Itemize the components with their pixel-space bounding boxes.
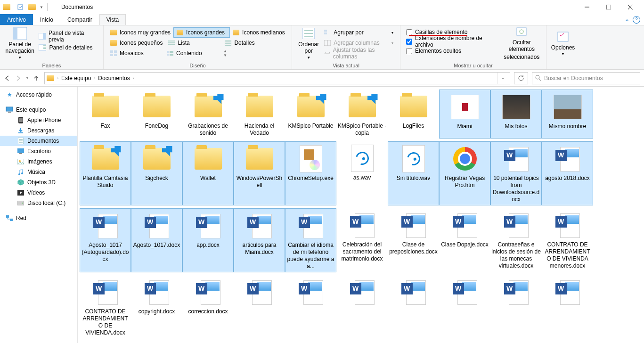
address-dropdown[interactable]: ⌄ [497, 73, 508, 84]
file-item[interactable]: W [182, 341, 234, 343]
sidebar-item[interactable]: Disco local (C:) [0, 198, 77, 208]
file-item[interactable]: LogFiles [388, 90, 439, 139]
tab-home[interactable]: Inicio [33, 14, 60, 25]
file-item[interactable]: W [131, 341, 182, 343]
back-button[interactable] [3, 74, 11, 82]
file-item[interactable]: KMSpico Portable [285, 90, 336, 139]
breadcrumb-documents[interactable]: Documentos [96, 75, 131, 82]
file-grid[interactable]: FaxFoneDogGrabaciones de sonidoHacienda … [78, 87, 644, 343]
file-item[interactable]: W [490, 275, 542, 338]
layout-large[interactable]: Iconos grandes [173, 27, 230, 38]
navigation-pane-button[interactable]: Panel de navegación ▼ [4, 26, 36, 60]
file-item[interactable]: WAgosto_1017.docx [131, 208, 182, 272]
breadcrumb-this-pc[interactable]: Este equipo [59, 75, 93, 82]
file-item[interactable]: Plantilla Camtasia Stuido [80, 141, 131, 205]
file-item[interactable]: W [234, 341, 285, 343]
file-item[interactable]: WClase de preposiciones.docx [388, 208, 439, 272]
file-item[interactable]: Wallet [182, 141, 234, 205]
maximize-button[interactable] [598, 0, 620, 14]
sidebar-network[interactable]: Red [0, 213, 77, 223]
file-item[interactable]: WCambiar el idioma de mi teléfono puede … [285, 208, 336, 272]
file-item[interactable]: Miami [439, 90, 490, 139]
file-item[interactable]: W10 potential topics from Downloadsource… [490, 141, 542, 205]
options-button[interactable]: Opciones▼ [550, 26, 576, 60]
refresh-button[interactable] [514, 72, 528, 84]
search-box[interactable]: Buscar en Documentos [532, 72, 640, 84]
file-item[interactable]: WCONTRATO DE ARRENDAMIENTO DE VIVIENDA m… [542, 208, 593, 272]
file-item[interactable]: Sigcheck [131, 141, 182, 205]
tab-view[interactable]: Vista [99, 14, 126, 25]
sidebar-item[interactable]: Música [0, 167, 77, 177]
address-bar[interactable]: › Este equipo › Documentos › ⌄ [44, 72, 510, 84]
sidebar-this-pc[interactable]: Este equipo [0, 105, 77, 115]
sidebar-item[interactable]: Vídeos [0, 188, 77, 198]
up-button[interactable] [32, 74, 41, 82]
file-item[interactable]: Sin título.wav [388, 141, 439, 205]
file-item[interactable]: WindowsPowerShell [234, 141, 285, 205]
layout-extra-large[interactable]: Iconos muy grandes [107, 27, 173, 38]
file-item[interactable]: Mismo nombre [542, 90, 593, 139]
layout-tiles[interactable]: Mosaicos [107, 48, 164, 58]
sidebar-item[interactable]: Descargas [0, 125, 77, 136]
hide-selected-button[interactable]: Ocultar elementos seleccionados [501, 26, 542, 60]
layout-small[interactable]: Iconos pequeños [107, 38, 165, 48]
qat-dropdown-icon[interactable]: ▼ [40, 5, 43, 9]
qat-open-icon[interactable] [28, 4, 36, 10]
layout-list[interactable]: Lista [165, 38, 222, 48]
tab-file[interactable]: Archivo [0, 14, 33, 25]
file-item[interactable]: WContraseñas e inicios de sesión de las … [490, 208, 542, 272]
file-item[interactable]: Registrar Vegas Pro.htm [439, 141, 490, 205]
file-item[interactable]: W [336, 275, 388, 338]
file-extensions-toggle[interactable]: Extensiones de nombre de archivo [404, 37, 501, 46]
tab-share[interactable]: Compartir [60, 14, 99, 25]
sidebar-item[interactable]: Escritorio [0, 146, 77, 156]
file-item[interactable]: Wcopyright.docx [131, 275, 182, 338]
file-item[interactable]: WClase Dopaje.docx [439, 208, 490, 272]
close-button[interactable] [620, 0, 641, 14]
recent-dropdown[interactable]: ▼ [25, 76, 29, 80]
file-item[interactable]: FoneDog [131, 90, 182, 139]
sort-by-button[interactable]: Ordenar por▼ [296, 26, 321, 60]
preview-pane-button[interactable]: Panel de vista previa [36, 31, 99, 41]
file-item[interactable]: Wapp.docx [182, 208, 234, 272]
qat-properties-icon[interactable] [17, 4, 24, 10]
hidden-items-toggle[interactable]: Elementos ocultos [404, 46, 501, 56]
layout-details[interactable]: Detalles [222, 38, 278, 48]
file-item[interactable]: WAgosto_1017 (Autoguardado).docx [80, 208, 131, 272]
chevron-right-icon[interactable]: › [56, 76, 59, 81]
fit-columns-button[interactable]: Ajustar todas las columnas [321, 48, 396, 58]
file-item[interactable]: ChromeSetup.exe [285, 141, 336, 205]
chevron-right-icon[interactable]: › [132, 76, 135, 81]
file-item[interactable]: WCelebración del sacramento del matrimon… [336, 208, 388, 272]
file-item[interactable]: W [80, 341, 131, 343]
help-icon[interactable]: ? [633, 16, 640, 24]
file-item[interactable]: Hacienda el Vedado [234, 90, 285, 139]
file-item[interactable]: W [285, 275, 336, 338]
file-item[interactable]: as.wav [336, 141, 388, 205]
group-by-button[interactable]: Agrupar por▾ [321, 27, 396, 38]
sidebar-quick-access[interactable]: ★Acceso rápido [0, 90, 77, 100]
file-item[interactable]: Wcorreccion.docx [182, 275, 234, 338]
sidebar-item[interactable]: Apple iPhone [0, 115, 77, 125]
file-item[interactable]: KMSpico Portable - copia [336, 90, 388, 139]
file-item[interactable]: Warticulos para Miami.docx [234, 208, 285, 272]
layout-medium[interactable]: Iconos medianos [230, 27, 288, 38]
chevron-right-icon[interactable]: › [93, 76, 96, 81]
file-item[interactable]: W [542, 275, 593, 338]
sidebar-item[interactable]: Documentos [0, 136, 77, 146]
file-item[interactable]: Wagosto 2018.docx [542, 141, 593, 205]
file-item[interactable]: WCONTRATO DE ARRENDAMIENTO DE VIVIENDA.d… [80, 275, 131, 338]
file-item[interactable]: Mis fotos [490, 90, 542, 139]
forward-button[interactable] [14, 74, 23, 82]
file-item[interactable]: W [439, 275, 490, 338]
sidebar-item[interactable]: Imágenes [0, 156, 77, 167]
file-item[interactable]: W [234, 275, 285, 338]
file-item[interactable]: Grabaciones de sonido [182, 90, 234, 139]
file-item[interactable]: Fax [80, 90, 131, 139]
sidebar-item[interactable]: Objetos 3D [0, 177, 77, 188]
minimize-button[interactable] [576, 0, 598, 14]
file-item[interactable]: W [388, 275, 439, 338]
layout-scroll[interactable]: ▲▼ [220, 48, 230, 58]
layout-content[interactable]: Contenido [164, 48, 220, 58]
ribbon-collapse-icon[interactable]: ⌃ [621, 18, 633, 25]
